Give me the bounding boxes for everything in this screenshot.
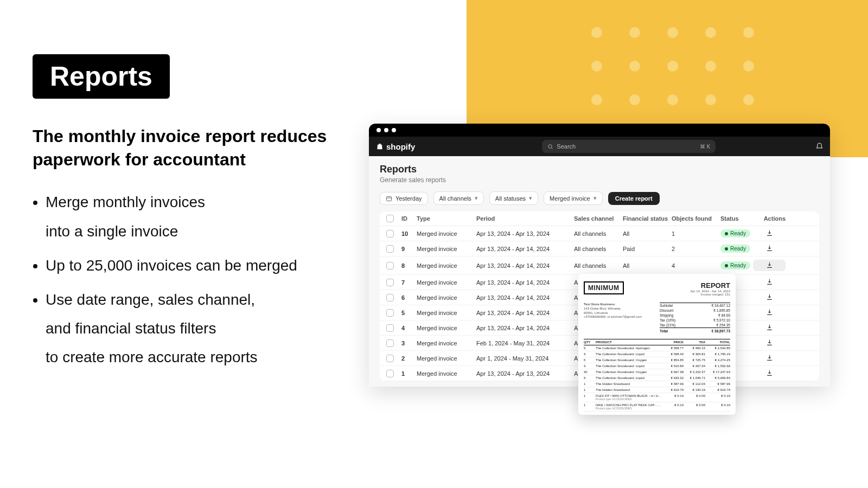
type-filter-label: Merged invoice [550,195,590,202]
create-report-button[interactable]: Create report [608,192,660,205]
traffic-light-close-icon[interactable] [376,128,381,132]
channel-filter[interactable]: All channels ▾ [433,191,484,205]
shopify-bag-icon [375,142,384,151]
download-button[interactable] [753,229,786,237]
download-button[interactable] [753,354,786,362]
invoice-line-items: QTY PRODUCT PRICE TAX TOTAL 5The Collect… [584,339,730,412]
invoice-totals: Subtotal€ 34,467.12Discount€ 1,895.85Shi… [660,303,730,333]
download-button[interactable] [753,293,786,301]
traffic-light-min-icon[interactable] [384,128,388,132]
invoice-line-item: 20The Collection Snowboard: Oxygen€ 667.… [584,369,730,375]
cell-channel: All channels [574,230,623,237]
cell-type: Merged invoice [417,340,476,346]
download-icon [766,339,773,347]
download-button[interactable] [753,369,786,377]
cell-type: Merged invoice [417,370,476,377]
cell-fin: All [623,262,672,269]
cell-type: Merged invoice [417,355,476,362]
title-badge: Reports [33,54,170,99]
download-button[interactable] [753,339,786,347]
cell-found: 4 [672,262,720,269]
invoice-line-item: 1The Hidden Snowboard€ 587.96€ 112.04€ 5… [584,381,730,387]
row-checkbox[interactable] [386,262,394,269]
channel-filter-label: All channels [439,195,471,202]
row-checkbox[interactable] [386,230,394,237]
inv-col-qty: QTY [584,341,593,344]
download-button[interactable] [753,260,786,271]
status-filter[interactable]: All statuses ▾ [489,191,538,205]
traffic-light-max-icon[interactable] [392,128,396,132]
cell-type: Merged invoice [417,246,476,252]
download-icon [766,245,773,253]
download-button[interactable] [753,278,786,286]
invoice-logo: MINIMUM [584,281,624,294]
table-row[interactable]: 10Merged invoiceApr 13, 2024 - Apr 13, 2… [380,226,819,241]
total-label: Total [660,329,668,333]
cell-type: Merged invoice [417,294,476,301]
download-button[interactable] [753,245,786,253]
row-checkbox[interactable] [386,355,394,362]
calendar-icon [386,195,392,202]
cell-fin: Paid [623,246,672,252]
totals-row: Tax (10%)€ 5,972.10 [660,318,730,323]
cell-id: 5 [401,310,417,316]
row-checkbox[interactable] [386,324,394,332]
from-name: Test Store Business [584,303,642,307]
row-checkbox[interactable] [386,294,394,301]
svg-point-0 [548,144,552,147]
cell-fin: All [623,230,672,237]
feature-bullets: Merge monthly invoicesinto a single invo… [46,188,358,371]
cell-status: Ready [720,229,753,237]
col-status: Status [720,215,753,222]
from-addr2: 60091, Lithuania [584,311,642,316]
col-period: Period [476,215,574,222]
cell-found: 2 [672,246,720,252]
notifications-button[interactable] [815,142,824,152]
totals-row: Shipping€ 84.00 [660,313,730,318]
search-input[interactable]: Search ⌘ K [542,140,716,153]
invoice-title: REPORT [690,281,730,290]
type-filter[interactable]: Merged invoice ▾ [544,191,603,205]
table-row[interactable]: 9Merged invoiceApr 13, 2024 - Apr 14, 20… [380,241,819,256]
chevron-down-icon: ▾ [475,195,478,202]
invoice-preview-card: MINIMUM REPORT Apr 14, 2024 - Apr 14, 20… [578,274,736,415]
inv-col-tax: TAX [686,341,705,344]
cell-type: Merged invoice [417,279,476,286]
brand-label: shopify [386,142,415,151]
download-button[interactable] [753,309,786,317]
date-filter[interactable]: Yesterday [380,192,428,205]
download-button[interactable] [753,324,786,332]
cell-id: 8 [401,262,417,269]
cell-id: 4 [401,325,417,331]
select-all-checkbox[interactable] [386,215,394,222]
shopify-logo[interactable]: shopify [375,142,415,151]
download-icon [766,354,773,362]
table-header: ID Type Period Sales channel Financial s… [380,211,819,226]
total-value: € 38,897.73 [712,329,730,333]
page-subtitle: Generate sales reports [380,176,819,184]
row-checkbox[interactable] [386,279,394,286]
download-icon [766,369,773,377]
chevron-down-icon: ▾ [529,195,532,202]
row-checkbox[interactable] [386,245,394,253]
bell-icon [815,142,824,150]
status-filter-label: All statuses [495,195,526,202]
invoice-from: Test Store Business 143 Globe Blvd, Wilm… [584,303,642,333]
download-icon [766,229,773,237]
cell-id: 9 [401,246,417,252]
invoice-line-item: 1The Hidden Snowboard€ 619.79€ 130.16€ 6… [584,387,730,393]
row-checkbox[interactable] [386,370,394,377]
page-title: Reports [380,164,819,175]
table-row[interactable]: 8Merged invoiceApr 13, 2024 - Apr 14, 20… [380,256,819,275]
row-checkbox[interactable] [386,309,394,317]
cell-channel: All channels [574,262,623,269]
chevron-down-icon: ▾ [593,195,597,202]
row-checkbox[interactable] [386,339,394,347]
invoice-line-item: 3The Collection Snowboard: Liquid€ 598.4… [584,351,730,357]
headline: The monthly invoice report reduces paper… [33,125,358,171]
invoice-line-item: 9The Collection Snowboard: Liquid€ 633.3… [584,375,730,381]
svg-line-1 [552,147,553,149]
status-badge: Ready [720,261,750,269]
cell-id: 7 [401,279,417,286]
from-addr1: 143 Globe Blvd, Wilmette, [584,307,642,311]
